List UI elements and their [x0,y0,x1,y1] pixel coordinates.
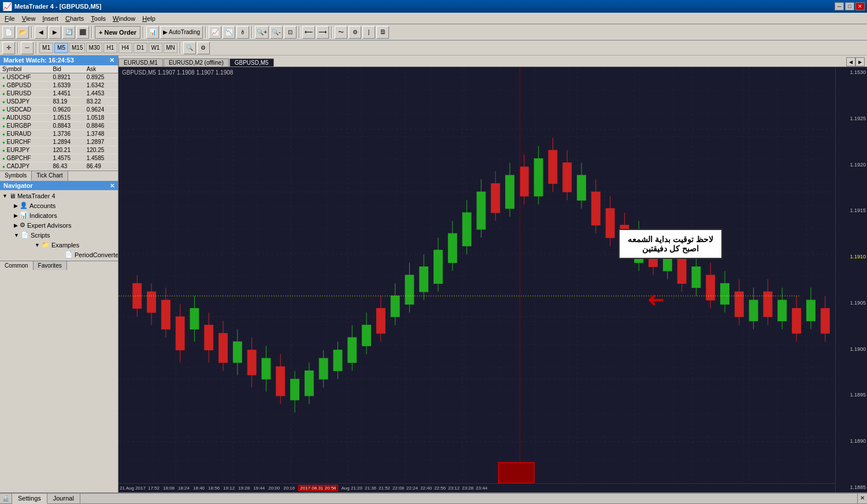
nav-root[interactable]: ▼ 🖥 MetaTrader 4 [0,191,118,201]
nav-item-scripts[interactable]: ▼ 📄 Scripts [12,230,118,240]
navigator-close[interactable]: ✕ [110,183,114,189]
indicator-btn[interactable]: 〜 [335,26,347,39]
nav-item-accounts[interactable]: ▶ 👤 Accounts [12,201,118,210]
bottom-tab-settings[interactable]: Settings [12,494,47,504]
chart-tab-eurusdm1[interactable]: EURUSD,M1 [118,58,163,66]
market-watch-row[interactable]: ● AUDUSD1.05151.0518 [0,114,118,122]
chart-tab-gbpusdm5[interactable]: GBPUSD,M5 [229,58,274,66]
period-m5[interactable]: M5 [54,43,68,53]
symbol-cell: ● EURGBP [0,122,50,130]
market-watch-row[interactable]: ● USDJPY83.1983.22 [0,98,118,106]
nav-item-ea[interactable]: ▶ ⚙ Expert Advisors [12,220,118,230]
market-watch-row[interactable]: ● EURCHF1.28941.2897 [0,138,118,146]
nav-item-indicators[interactable]: ▶ 📊 Indicators [12,210,118,220]
zoom-out-btn[interactable]: 🔍- [270,26,283,39]
period-d1[interactable]: D1 [134,43,147,53]
time-2240: 22:40 [420,486,432,491]
period-toolbar: ✛ ─ M1 M5 M15 M30 H1 H4 D1 W1 MN 🔍 ⚙ [0,40,867,55]
refresh-btn[interactable]: 🔄 [62,26,75,39]
ea-btn[interactable]: ⚙ [349,26,361,39]
time-2208: 22:08 [392,486,404,491]
left-scroll-btn[interactable]: ⟵ [302,26,315,39]
ask-cell: 1.3748 [84,130,118,138]
close-button[interactable]: ✕ [855,2,865,10]
menu-help[interactable]: Help [139,14,159,23]
menu-charts[interactable]: Charts [62,14,87,23]
stop-btn[interactable]: ⬛ [76,26,89,39]
nav-tab-favorites[interactable]: Favorites [34,261,67,270]
price-1530: 1.1530 [837,69,866,75]
settings-btn[interactable]: ⚙ [197,42,210,54]
horizontal-line-btn[interactable]: ─ [21,42,34,54]
back-btn[interactable]: ◀ [35,26,47,39]
root-expand[interactable]: ▼ [2,193,8,199]
tab-symbols[interactable]: Symbols [0,171,32,181]
symbol-cell: ● USDJPY [0,98,50,106]
nav-item-period-converter[interactable]: 📄 PeriodConverter [62,250,118,260]
market-watch-row[interactable]: ● CADJPY86.4386.49 [0,162,118,171]
time-aug21: 21 Aug 2017 [120,486,146,491]
indicators-expand[interactable]: ▶ [14,213,18,218]
chart-tab-eurusdm2[interactable]: EURUSD,M2 (offline) [164,58,229,66]
menu-window[interactable]: Window [109,14,139,23]
menu-insert[interactable]: Insert [39,14,62,23]
menu-view[interactable]: View [18,14,39,23]
period-h1[interactable]: H1 [103,43,117,53]
period-m15[interactable]: M15 [69,43,85,53]
right-scroll-btn[interactable]: ⟶ [316,26,329,39]
fit-chart-btn[interactable]: ⊡ [284,26,297,39]
chart-canvas[interactable]: GBPUSD,M5 1.1907 1.1908 1.1907 1.1908 [118,67,867,492]
market-watch-row[interactable]: ● USDCHF0.89210.8925 [0,73,118,81]
nav-item-examples[interactable]: ▼ 📁 Examples [32,240,118,250]
auto-trading-btn[interactable]: ▶ AutoTrading [160,26,203,39]
market-watch-row[interactable]: ● EURAUD1.37361.3748 [0,130,118,138]
bottom-tab-journal[interactable]: Journal [47,494,80,503]
market-watch-row[interactable]: ● GBPUSD1.63391.6342 [0,81,118,90]
market-watch-row[interactable]: ● EURJPY120.21120.25 [0,146,118,154]
candle-btn[interactable]: 🕯 [236,26,249,39]
time-2000: 20:00 [268,486,280,491]
market-watch: Market Watch: 16:24:53 ✕ Symbol Bid Ask … [0,55,118,181]
accounts-expand[interactable]: ▶ [14,203,18,209]
market-watch-close[interactable]: ✕ [109,57,114,64]
search-btn[interactable]: 🔍 [183,42,196,54]
time-1928: 19:28 [238,486,250,491]
bottom-panel-close[interactable]: ✕ [857,494,867,503]
chart-scroll-left[interactable]: ◀ [846,57,855,66]
market-watch-row[interactable]: ● EURGBP0.88430.8846 [0,122,118,130]
market-watch-row[interactable]: ● EURUSD1.44511.4453 [0,90,118,98]
period-m30[interactable]: M30 [86,43,102,53]
scripts-expand[interactable]: ▼ [14,232,19,238]
toolbar-sep-1 [31,27,32,38]
new-btn[interactable]: 📄 [2,26,15,39]
market-watch-row[interactable]: ● GBPCHF1.45751.4585 [0,154,118,162]
zoom-in-btn[interactable]: 🔍+ [255,26,269,39]
new-order-button[interactable]: + New Order [95,26,140,39]
menu-tools[interactable]: Tools [87,14,109,23]
market-watch-body: ● USDCHF0.89210.8925● GBPUSD1.63391.6342… [0,73,118,171]
minimize-button[interactable]: ─ [835,2,844,10]
auto-trading-icon: ▶ [163,29,168,35]
price-1895: 1.1895 [837,392,866,398]
market-watch-row[interactable]: ● USDCAD0.96200.9624 [0,106,118,114]
ea-expand[interactable]: ▶ [14,223,18,228]
period-mn[interactable]: MN [164,43,177,53]
bar-chart-btn[interactable]: 📉 [223,26,235,39]
period-sep-btn[interactable]: | [362,26,375,39]
template-btn[interactable]: 🖺 [376,26,389,39]
line-chart-btn[interactable]: 📈 [209,26,221,39]
crosshair-btn[interactable]: ✛ [2,42,15,54]
chart-scroll-right[interactable]: ▶ [855,57,865,66]
period-h4[interactable]: H4 [118,43,132,53]
period-w1[interactable]: W1 [149,43,162,53]
period-m1[interactable]: M1 [39,43,53,53]
tab-tick-chart[interactable]: Tick Chart [32,171,68,181]
maximize-button[interactable]: □ [845,2,854,10]
menu-file[interactable]: File [1,14,18,23]
forward-btn[interactable]: ▶ [49,26,61,39]
nav-tab-common[interactable]: Common [0,261,34,270]
ask-cell: 1.0518 [84,114,118,122]
chart-type-btn[interactable]: 📊 [146,26,159,39]
examples-expand[interactable]: ▼ [35,242,40,248]
open-btn[interactable]: 📂 [16,26,29,39]
